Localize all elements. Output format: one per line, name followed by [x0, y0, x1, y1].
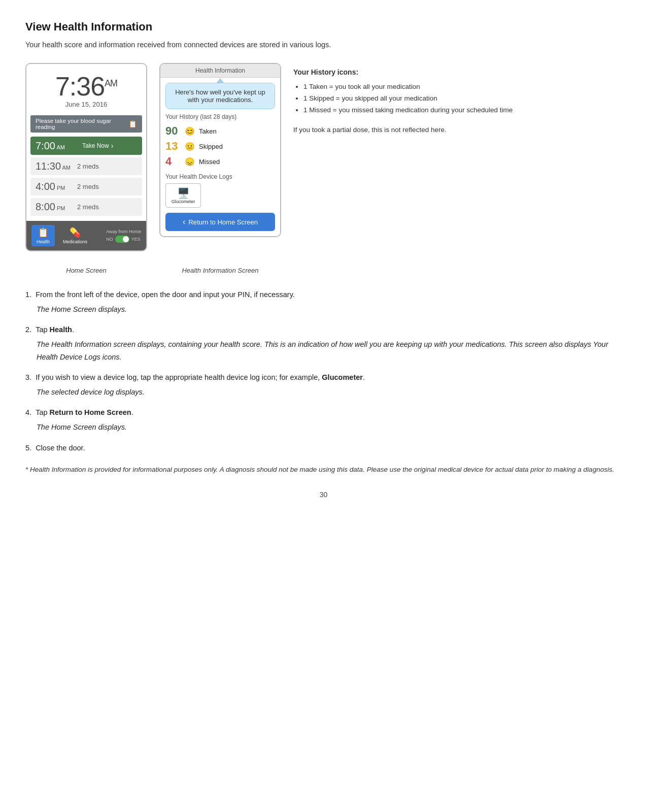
- list-item-taken: 1 Taken = you took all your medication: [303, 81, 622, 93]
- step-2: 2. Tap Health. The Health Information sc…: [25, 323, 622, 363]
- health-icon: 📋: [38, 227, 49, 238]
- step-1-text: From the front left of the device, open …: [36, 288, 295, 301]
- step-1: 1. From the front left of the device, op…: [25, 288, 622, 315]
- med-row-3: 4:00 PM 2 meds: [30, 178, 142, 196]
- history-sidebar: Your History icons: 1 Taken = you took a…: [293, 63, 622, 135]
- step-5-text: Close the door.: [36, 442, 85, 454]
- step-1-note: The Home Screen displays.: [37, 303, 622, 316]
- device-logs-label: Your Health Device Logs: [165, 173, 275, 180]
- instructions-section: 1. From the front left of the device, op…: [25, 288, 622, 475]
- skipped-row: 13 😐 Skipped: [165, 140, 275, 153]
- home-screen-device: 7:36AM June 15, 2016 Please take your bl…: [25, 63, 147, 251]
- missed-smiley-icon: 😞: [185, 157, 195, 167]
- taken-smiley-icon: 😊: [185, 126, 195, 136]
- step-2-text: Tap Health.: [36, 323, 74, 336]
- taken-label: Taken: [199, 127, 217, 135]
- home-bottom-bar: 📋 Health 💊 Medications Away from Home NO…: [26, 221, 146, 250]
- missed-label: Missed: [199, 158, 220, 166]
- step-3: 3. If you wish to view a device log, tap…: [25, 371, 622, 398]
- taken-row: 90 😊 Taken: [165, 124, 275, 138]
- step-3-text: If you wish to view a device log, tap th…: [36, 371, 365, 384]
- doc-icon: 📋: [128, 120, 137, 128]
- missed-row: 4 😞 Missed: [165, 155, 275, 168]
- list-item-skipped: 1 Skipped = you skipped all your medicat…: [303, 93, 622, 105]
- screenshots-area: 7:36AM June 15, 2016 Please take your bl…: [25, 63, 622, 251]
- nav-medications[interactable]: 💊 Medications: [58, 225, 92, 246]
- nav-health[interactable]: 📋 Health: [31, 225, 55, 246]
- step-4-num: 4.: [25, 406, 33, 419]
- history-sidebar-heading: Your History icons:: [293, 68, 622, 76]
- history-icons-list: 1 Taken = you took all your medication 1…: [293, 81, 622, 116]
- step-5-num: 5.: [25, 442, 33, 454]
- away-toggle[interactable]: NO YES: [106, 236, 141, 243]
- taken-number: 90: [165, 124, 181, 138]
- skipped-number: 13: [165, 140, 181, 153]
- step-4: 4. Tap Return to Home Screen. The Home S…: [25, 406, 622, 433]
- speech-bubble: Here's how well you've kept up with your…: [165, 83, 275, 109]
- toggle-track[interactable]: [115, 236, 129, 243]
- health-title-bar: Health Information: [160, 64, 280, 78]
- med-row-2: 11:30 AM 2 meds: [30, 157, 142, 175]
- step-4-note: The Home Screen displays.: [37, 421, 622, 434]
- return-to-home-button[interactable]: ‹ Return to Home Screen: [165, 213, 275, 231]
- glucometer-button[interactable]: 🖥️ Glucometer: [165, 183, 201, 208]
- skipped-smiley-icon: 😐: [185, 142, 195, 151]
- arrow-icon: ›: [111, 142, 114, 150]
- missed-number: 4: [165, 155, 181, 168]
- step-2-note: The Health Information screen displays, …: [37, 338, 622, 363]
- disclaimer-text: * Health Information is provided for inf…: [25, 464, 622, 475]
- step-1-num: 1.: [25, 288, 33, 301]
- step-4-bold: Return to Home Screen: [50, 408, 131, 416]
- med-row-4: 8:00 PM 2 meds: [30, 198, 142, 216]
- med-row-1: 7:00 AM Take Now ›: [30, 137, 142, 155]
- intro-paragraph: Your health score and information receiv…: [25, 41, 622, 49]
- step-2-bold: Health: [50, 326, 72, 334]
- home-date: June 15, 2016: [31, 101, 141, 108]
- skipped-label: Skipped: [199, 143, 223, 150]
- screen-labels: Home Screen Health Information Screen: [25, 267, 622, 274]
- step-3-bold: Glucometer: [322, 373, 363, 381]
- step-3-note: The selected device log displays.: [37, 386, 622, 399]
- page-title: View Health Information: [25, 20, 622, 34]
- time-display: 7:36AM June 15, 2016: [26, 64, 146, 115]
- toggle-thumb: [123, 236, 129, 242]
- away-label-text: Away from Home: [106, 229, 141, 234]
- step-5: 5. Close the door.: [25, 442, 622, 454]
- step-4-text: Tap Return to Home Screen.: [36, 406, 133, 419]
- health-main-content: Here's how well you've kept up with your…: [160, 83, 280, 236]
- home-time: 7:36AM: [31, 73, 141, 100]
- health-screen-label: Health Information Screen: [159, 267, 281, 274]
- blood-sugar-bar[interactable]: Please take your blood sugar reading 📋: [30, 115, 142, 133]
- page-number: 30: [25, 491, 622, 499]
- pill-icon: 💊: [70, 227, 81, 238]
- list-item-missed: 1 Missed = you missed taking medication …: [303, 105, 622, 116]
- history-label: Your History (last 28 days): [165, 113, 275, 120]
- take-now-button[interactable]: Take Now ›: [77, 140, 118, 152]
- health-screen-device: Health Information Here's how well you'v…: [159, 63, 281, 237]
- partial-dose-note: If you took a partial dose, this is not …: [293, 124, 622, 136]
- step-2-num: 2.: [25, 323, 33, 336]
- home-screen-label: Home Screen: [25, 267, 147, 274]
- step-3-num: 3.: [25, 371, 33, 384]
- glucometer-icon: 🖥️: [177, 187, 190, 199]
- chevron-left-icon: ‹: [183, 217, 185, 226]
